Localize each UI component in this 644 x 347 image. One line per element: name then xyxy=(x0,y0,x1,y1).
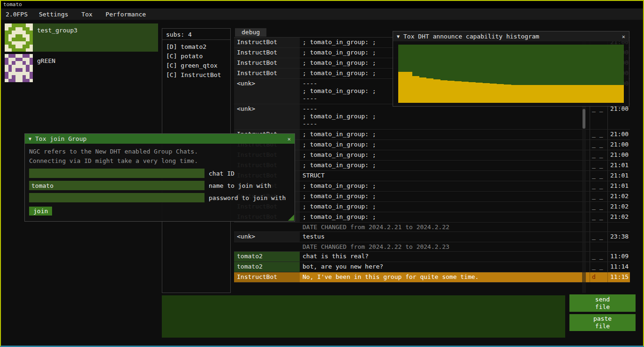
join-window-titlebar: ▼ Tox join Group ✕ xyxy=(25,134,295,144)
message-status-marks: _ _ xyxy=(590,202,607,212)
histogram-bar xyxy=(546,85,553,103)
message-text: ; tomato_in_group: ; xyxy=(300,202,590,212)
message-status-marks: d xyxy=(590,272,607,282)
message-timestamp: 23:38 xyxy=(607,232,630,242)
resize-grip[interactable] xyxy=(288,215,294,221)
member-item[interactable]: [C] potato xyxy=(166,52,227,61)
message-timestamp: 11:09 xyxy=(607,252,630,262)
message-text: ; tomato_in_group: ; xyxy=(300,161,590,170)
message-text: ; tomato_in_group: ; xyxy=(300,150,590,160)
chat-id-input[interactable] xyxy=(29,169,205,178)
message-timestamp: 21:01 xyxy=(607,161,630,170)
tab-debug[interactable]: debug xyxy=(235,28,266,37)
histogram-window-title: Tox DHT announce capability histogram xyxy=(403,33,618,40)
message-text: testus xyxy=(300,232,590,242)
join-info-line: NGC refers to the New DHT enabled Group … xyxy=(29,147,290,156)
join-password-input[interactable] xyxy=(29,193,205,202)
group-name: gREEN xyxy=(37,54,55,64)
message-timestamp xyxy=(607,223,630,231)
message-status-marks: _ _ xyxy=(590,192,607,201)
paste-file-button[interactable]: paste file xyxy=(569,314,636,331)
histogram-bar xyxy=(504,85,511,103)
join-info-line: Connecting via ID might take a very long… xyxy=(29,156,290,166)
message-sender: <unk> xyxy=(234,79,300,104)
histogram-bar xyxy=(589,85,596,103)
chat-message-row[interactable]: <unk>---- ; tomato_in_group: ; ----_ _21… xyxy=(234,104,630,130)
group-item[interactable]: test_group3 xyxy=(5,23,158,52)
message-sender: tomato2 xyxy=(234,252,300,262)
field-label: password to join with xyxy=(209,194,286,201)
chat-scrollbar-thumb[interactable] xyxy=(583,109,585,129)
join-name-input[interactable] xyxy=(29,181,205,190)
close-icon[interactable]: ✕ xyxy=(622,33,625,40)
join-button[interactable]: join xyxy=(29,207,52,216)
fps-counter: 2.0FPS xyxy=(1,11,32,18)
message-timestamp: 21:00 xyxy=(607,150,630,160)
date-separator-row: DATE CHANGED from 2024.2.22 to 2024.2.23 xyxy=(234,242,630,252)
message-sender: <unk> xyxy=(234,104,300,129)
group-item[interactable]: gREEN xyxy=(5,54,158,82)
histogram-window: ▼ Tox DHT announce capability histogram … xyxy=(393,31,629,107)
chat-message-row[interactable]: tomato2bot, are you new here?_ _11:14 xyxy=(234,262,630,272)
message-sender: InstructBot xyxy=(234,38,300,47)
histogram-bar xyxy=(582,85,589,103)
menu-item-performance[interactable]: Performance xyxy=(99,11,152,18)
collapse-arrow-icon[interactable]: ▼ xyxy=(397,34,400,39)
message-text: DATE CHANGED from 2024.2.22 to 2024.2.23 xyxy=(300,242,590,251)
message-status-marks: _ _ xyxy=(590,212,607,222)
menu-item-tox[interactable]: Tox xyxy=(75,11,99,18)
histogram-bar xyxy=(419,77,426,103)
message-text: ; tomato_in_group: ; xyxy=(300,130,590,139)
message-sender: InstructBot xyxy=(234,69,300,78)
message-status-marks xyxy=(590,242,607,251)
histogram-bar xyxy=(483,83,490,103)
chat-message-row[interactable]: tomato2chat is this real?_ _11:09 xyxy=(234,252,630,262)
menu-item-settings[interactable]: Settings xyxy=(32,11,75,18)
message-timestamp: 21:00 xyxy=(607,130,630,139)
message-sender: <unk> xyxy=(234,232,300,242)
message-status-marks: _ _ xyxy=(590,161,607,170)
member-item[interactable]: [C] green_qtox xyxy=(166,61,227,70)
message-text: ; tomato_in_group: ; xyxy=(300,181,590,191)
join-field-row: chat ID xyxy=(29,169,290,178)
message-timestamp: 21:01 xyxy=(607,171,630,181)
field-label: chat ID xyxy=(209,170,235,177)
message-timestamp: 21:02 xyxy=(607,212,630,222)
join-field-row: name to join with xyxy=(29,181,290,190)
collapse-arrow-icon[interactable]: ▼ xyxy=(29,136,31,141)
message-timestamp: 21:00 xyxy=(607,140,630,150)
histogram-bar xyxy=(561,85,568,103)
histogram-bar xyxy=(553,85,561,103)
close-icon[interactable]: ✕ xyxy=(288,136,291,142)
message-text: ; tomato_in_group: ; xyxy=(300,192,590,201)
menubar: 2.0FPS SettingsToxPerformance xyxy=(1,8,643,20)
message-status-marks: _ _ xyxy=(590,130,607,139)
histogram-bar xyxy=(440,80,447,103)
message-timestamp: 11:15 xyxy=(607,272,630,282)
member-item[interactable]: [D] tomato2 xyxy=(166,42,227,52)
chat-message-row[interactable]: InstructBotNo, I've been in this group f… xyxy=(234,272,630,283)
member-item[interactable]: [C] InstructBot xyxy=(166,70,227,80)
message-input[interactable] xyxy=(162,295,565,338)
message-status-marks: _ _ xyxy=(590,262,607,272)
message-text: chat is this real? xyxy=(300,252,590,262)
separator xyxy=(162,39,230,40)
histogram-bar xyxy=(462,82,469,103)
join-window-title: Tox join Group xyxy=(35,135,284,142)
histogram-bar xyxy=(511,85,518,103)
histogram-plot xyxy=(398,45,624,103)
message-sender: InstructBot xyxy=(234,58,300,68)
send-file-button[interactable]: send file xyxy=(569,294,636,312)
date-separator-row: DATE CHANGED from 2024.2.21 to 2024.2.22 xyxy=(234,223,630,232)
members-list: [D] tomato2[C] potato[C] green_qtox[C] I… xyxy=(166,42,227,80)
histogram-bar xyxy=(398,72,405,103)
group-avatar xyxy=(5,54,33,82)
message-timestamp: 11:14 xyxy=(607,262,630,272)
chat-message-row[interactable]: <unk>testus_ _23:38 xyxy=(234,232,630,242)
join-group-window: ▼ Tox join Group ✕ NGC refers to the New… xyxy=(24,133,295,222)
histogram-bar xyxy=(455,81,462,103)
histogram-bar xyxy=(539,85,546,103)
join-fields: chat IDname to join withpassword to join… xyxy=(29,169,290,202)
histogram-bar xyxy=(433,79,440,103)
histogram-bar xyxy=(518,85,525,103)
